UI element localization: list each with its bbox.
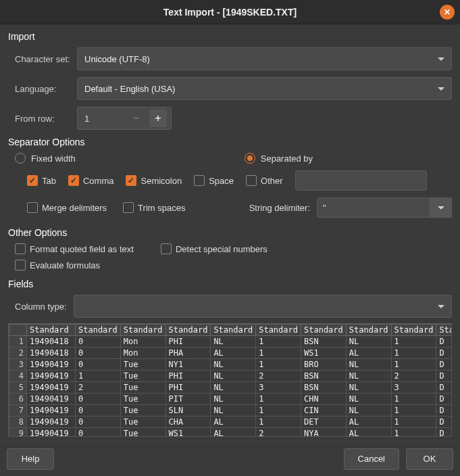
table-cell[interactable]: NL — [211, 405, 256, 416]
table-cell[interactable]: 1 — [256, 336, 301, 348]
table-cell[interactable]: 19490419 — [27, 416, 76, 428]
table-cell[interactable]: 0 — [76, 428, 121, 437]
evaluate-formulas-checkbox[interactable]: Evaluate formulas — [15, 260, 100, 270]
spin-minus-button[interactable]: − — [128, 110, 145, 127]
table-cell[interactable]: 19490418 — [27, 336, 76, 348]
table-cell[interactable]: PHI — [165, 382, 211, 394]
space-checkbox[interactable]: Space — [194, 175, 234, 186]
table-cell[interactable]: Tue — [120, 416, 165, 428]
column-header[interactable]: Standard — [120, 325, 165, 336]
table-cell[interactable]: AL — [211, 348, 256, 359]
table-cell[interactable]: 1 — [391, 394, 436, 405]
other-checkbox[interactable]: Other — [246, 175, 283, 186]
close-icon[interactable]: ✕ — [440, 5, 455, 20]
table-cell[interactable]: CHA — [165, 416, 211, 428]
table-cell[interactable]: 1 — [391, 428, 436, 437]
table-cell[interactable]: 3 — [391, 382, 436, 394]
table-cell[interactable]: 1 — [256, 348, 301, 359]
table-cell[interactable]: PHI — [165, 371, 211, 382]
separated-by-radio[interactable]: Separated by — [245, 153, 313, 164]
trim-spaces-checkbox[interactable]: Trim spaces — [123, 202, 185, 213]
table-cell[interactable]: NL — [346, 336, 391, 348]
table-cell[interactable]: NL — [346, 359, 391, 371]
column-header[interactable]: Standard — [76, 325, 121, 336]
table-cell[interactable]: 2 — [76, 382, 121, 394]
table-cell[interactable]: Tue — [120, 359, 165, 371]
cancel-button[interactable]: Cancel — [344, 448, 399, 470]
table-cell[interactable]: PIT — [165, 394, 211, 405]
tab-checkbox[interactable]: Tab — [27, 175, 56, 186]
table-cell[interactable]: 19490418 — [27, 348, 76, 359]
table-cell[interactable]: 0 — [76, 394, 121, 405]
table-cell[interactable]: AL — [211, 416, 256, 428]
table-cell[interactable]: Mon — [120, 348, 165, 359]
ok-button[interactable]: OK — [406, 448, 453, 470]
table-cell[interactable]: PHA — [165, 348, 211, 359]
table-cell[interactable]: 1 — [256, 359, 301, 371]
table-cell[interactable]: 3 — [256, 382, 301, 394]
table-cell[interactable]: Tue — [120, 371, 165, 382]
table-cell[interactable]: 19490419 — [27, 382, 76, 394]
table-cell[interactable]: NL — [346, 394, 391, 405]
table-cell[interactable]: WS1 — [301, 348, 346, 359]
table-cell[interactable]: D — [436, 336, 452, 348]
column-header[interactable]: Standard — [211, 325, 256, 336]
table-cell[interactable]: Tue — [120, 428, 165, 437]
language-select[interactable]: Default - English (USA) — [77, 77, 452, 100]
table-cell[interactable]: WS1 — [165, 428, 211, 437]
table-cell[interactable]: 1 — [391, 405, 436, 416]
table-cell[interactable]: D — [436, 405, 452, 416]
table-cell[interactable]: 19490419 — [27, 405, 76, 416]
from-row-spinner[interactable]: 1 − + — [77, 107, 172, 130]
table-cell[interactable]: 0 — [76, 359, 121, 371]
table-cell[interactable]: D — [436, 359, 452, 371]
table-cell[interactable]: NL — [211, 382, 256, 394]
table-cell[interactable]: D — [436, 382, 452, 394]
column-header[interactable]: Standard — [27, 325, 76, 336]
table-cell[interactable]: 1 — [76, 371, 121, 382]
column-header[interactable]: Standard — [165, 325, 211, 336]
table-cell[interactable]: 19490419 — [27, 394, 76, 405]
table-cell[interactable]: 1 — [256, 394, 301, 405]
table-cell[interactable]: BSN — [301, 382, 346, 394]
table-cell[interactable]: AL — [211, 428, 256, 437]
preview-table[interactable]: StandardStandardStandardStandardStandard… — [8, 323, 452, 437]
table-cell[interactable]: 0 — [76, 405, 121, 416]
table-cell[interactable]: 1 — [391, 416, 436, 428]
table-cell[interactable]: AL — [346, 348, 391, 359]
table-cell[interactable]: NL — [211, 359, 256, 371]
fixed-width-radio[interactable]: Fixed width — [15, 153, 76, 164]
format-quoted-checkbox[interactable]: Format quoted field as text — [15, 243, 134, 254]
table-cell[interactable]: BRO — [301, 359, 346, 371]
table-cell[interactable]: PHI — [165, 336, 211, 348]
table-cell[interactable]: 1 — [391, 348, 436, 359]
table-cell[interactable]: NL — [211, 371, 256, 382]
table-cell[interactable]: 19490419 — [27, 371, 76, 382]
table-cell[interactable]: NYA — [301, 428, 346, 437]
table-cell[interactable]: Tue — [120, 382, 165, 394]
table-cell[interactable]: NL — [346, 371, 391, 382]
charset-select[interactable]: Unicode (UTF-8) — [77, 47, 452, 70]
table-cell[interactable]: 19490419 — [27, 428, 76, 437]
table-cell[interactable]: NY1 — [165, 359, 211, 371]
table-cell[interactable]: Tue — [120, 394, 165, 405]
table-cell[interactable]: NL — [211, 394, 256, 405]
other-separator-input[interactable] — [295, 170, 427, 191]
table-cell[interactable]: NL — [346, 382, 391, 394]
help-button[interactable]: Help — [7, 448, 54, 470]
column-header[interactable]: Standard — [301, 325, 346, 336]
table-cell[interactable]: D — [436, 348, 452, 359]
table-cell[interactable]: AL — [346, 428, 391, 437]
table-cell[interactable]: 0 — [76, 348, 121, 359]
table-cell[interactable]: 2 — [256, 428, 301, 437]
spin-plus-button[interactable]: + — [149, 110, 167, 127]
table-cell[interactable]: CHN — [301, 394, 346, 405]
table-cell[interactable]: SLN — [165, 405, 211, 416]
table-cell[interactable]: DET — [301, 416, 346, 428]
table-cell[interactable]: BSN — [301, 336, 346, 348]
table-cell[interactable]: D — [436, 371, 452, 382]
table-cell[interactable]: BSN — [301, 371, 346, 382]
semicolon-checkbox[interactable]: Semicolon — [126, 175, 182, 186]
table-cell[interactable]: 2 — [256, 371, 301, 382]
table-cell[interactable]: 0 — [76, 416, 121, 428]
